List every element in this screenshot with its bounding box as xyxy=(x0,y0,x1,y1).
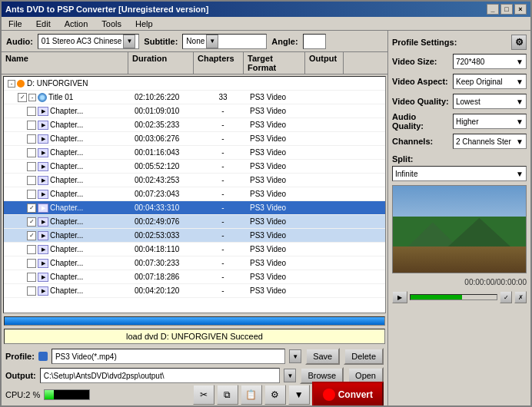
split-row: Infinite ▼ xyxy=(392,165,527,182)
subtitle-label: Subtitle: xyxy=(144,37,178,46)
chapter-row[interactable]: ▶ Chapter... 00:01:09:010 - PS3 Video xyxy=(4,104,385,118)
audio-dropdown-arrow[interactable]: ▼ xyxy=(123,35,135,48)
maximize-button[interactable]: □ xyxy=(500,4,513,15)
chapter-file-icon: ▶ xyxy=(38,204,48,213)
menu-tools[interactable]: Tools xyxy=(98,18,125,29)
chapter-row[interactable]: ▶ Chapter... 00:05:52:120 - PS3 Video xyxy=(4,160,385,174)
chapter-chapters: - xyxy=(196,121,246,129)
chapter-file-icon: ▶ xyxy=(38,121,48,130)
chapter-checkbox[interactable] xyxy=(27,176,36,185)
channels-select[interactable]: 2 Channels Ster ▼ xyxy=(453,134,527,149)
subtitle-dropdown-arrow[interactable]: ▼ xyxy=(206,35,218,48)
arrow-button[interactable]: ▼ xyxy=(288,385,310,405)
channels-arrow[interactable]: ▼ xyxy=(516,137,524,146)
title-checkbox[interactable]: ✓ xyxy=(18,93,27,102)
output-path[interactable]: C:\Setup\AntsDVD\dvd2psp\output\ xyxy=(40,368,281,383)
menu-file[interactable]: File xyxy=(5,18,25,29)
progress-bar-container xyxy=(4,316,385,326)
chapter-row[interactable]: ▶ Chapter... 00:07:18:286 - PS3 Video xyxy=(4,270,385,284)
video-size-select[interactable]: 720*480 ▼ xyxy=(453,54,527,69)
split-arrow[interactable]: ▼ xyxy=(516,170,524,178)
tree-title-row[interactable]: ✓ - Title 01 02:10:26:220 33 PS3 Video xyxy=(4,91,385,104)
chapter-row[interactable]: ✓ ▶ Chapter... 00:02:53:033 - PS3 Video xyxy=(4,229,385,243)
paste-button[interactable]: 📋 xyxy=(241,385,262,405)
chapter-row[interactable]: ▶ Chapter... 00:07:30:233 - PS3 Video xyxy=(4,256,385,270)
video-aspect-value: Keep Original xyxy=(456,78,503,86)
scissors-button[interactable]: ✂ xyxy=(193,385,214,405)
chapter-format: PS3 Video xyxy=(246,107,308,115)
file-tree[interactable]: - D: UNFORGIVEN ✓ - Title 01 xyxy=(3,76,386,313)
chapter-checkbox[interactable] xyxy=(27,134,36,144)
chapter-checkbox[interactable]: ✓ xyxy=(27,231,36,240)
menu-edit[interactable]: Edit xyxy=(33,18,54,29)
chapter-chapters: - xyxy=(196,107,246,115)
chapter-row[interactable]: ▶ Chapter... 00:01:16:043 - PS3 Video xyxy=(4,146,385,160)
split-select[interactable]: Infinite ▼ xyxy=(392,166,527,181)
video-aspect-arrow[interactable]: ▼ xyxy=(516,78,524,86)
chapter-row[interactable]: ▶ Chapter... 00:04:18:110 - PS3 Video xyxy=(4,243,385,256)
menu-action[interactable]: Action xyxy=(62,18,91,29)
play-button[interactable]: ▶ xyxy=(392,291,407,303)
chapter-format: PS3 Video xyxy=(246,148,308,157)
chapter-checkbox[interactable] xyxy=(27,245,36,254)
toolbar-area: ✂ ⧉ 📋 ⚙ ▼ Convert xyxy=(193,382,384,405)
audio-quality-arrow[interactable]: ▼ xyxy=(516,117,524,126)
angle-label: Angle: xyxy=(271,37,298,46)
chapter-chapters: - xyxy=(196,259,246,267)
chapter-checkbox[interactable]: ✓ xyxy=(27,217,36,227)
minimize-button[interactable]: _ xyxy=(487,4,499,15)
video-quality-arrow[interactable]: ▼ xyxy=(516,98,524,106)
profile-dropdown-arrow[interactable]: ▼ xyxy=(289,349,301,363)
chapter-checkbox[interactable]: ✓ xyxy=(27,204,36,213)
video-quality-select[interactable]: Lowest ▼ xyxy=(453,94,527,109)
chapter-checkbox[interactable] xyxy=(27,259,36,268)
chapter-checkbox[interactable] xyxy=(27,121,36,130)
save-button[interactable]: Save xyxy=(305,348,340,365)
chapter-format: PS3 Video xyxy=(246,190,308,198)
audio-select[interactable]: 01 Stereo AC3 Chinese ▼ xyxy=(38,34,140,49)
chapter-name: Chapter... xyxy=(50,245,83,253)
status-text: load dvd D: UNFORGIVEN Succeed xyxy=(126,332,263,341)
angle-input[interactable] xyxy=(303,34,326,49)
chapter-checkbox[interactable] xyxy=(27,148,36,157)
chapter-row[interactable]: ▶ Chapter... 00:02:35:233 - PS3 Video xyxy=(4,118,385,132)
subtitle-select[interactable]: None ▼ xyxy=(182,34,267,49)
chapter-row[interactable]: ▶ Chapter... 00:03:06:276 - PS3 Video xyxy=(4,132,385,146)
tree-root-row[interactable]: - D: UNFORGIVEN xyxy=(4,77,385,91)
chapter-checkbox[interactable] xyxy=(27,286,36,296)
chapter-name: Chapter... xyxy=(50,121,83,129)
convert-button[interactable]: Convert xyxy=(312,382,384,405)
chapter-checkbox[interactable] xyxy=(27,162,36,171)
menu-help[interactable]: Help xyxy=(132,18,156,29)
convert-label: Convert xyxy=(338,389,373,400)
chapter-row[interactable]: ✓ ▶ Chapter... 00:02:49:076 - PS3 Video xyxy=(4,215,385,229)
volume-slider[interactable] xyxy=(410,294,497,300)
chapter-row[interactable]: ▶ Chapter... 00:02:43:253 - PS3 Video xyxy=(4,174,385,187)
video-aspect-select[interactable]: Keep Original ▼ xyxy=(453,74,527,89)
ground xyxy=(393,247,526,273)
chapter-row[interactable]: ▶ Chapter... 00:04:20:120 - PS3 Video xyxy=(4,284,385,298)
chapter-row[interactable]: ✓ ▶ Chapter... 00:04:33:310 - PS3 Video xyxy=(4,201,385,215)
profile-select[interactable]: PS3 Video(*.mp4) xyxy=(52,349,285,364)
chapter-duration: 00:07:30:233 xyxy=(131,259,196,267)
chapter-checkbox[interactable] xyxy=(27,273,36,282)
audio-quality-select[interactable]: Higher ▼ xyxy=(453,114,527,129)
delete-button[interactable]: Delete xyxy=(344,348,384,365)
output-dropdown-arrow[interactable]: ▼ xyxy=(284,369,296,382)
cpu-bar xyxy=(44,389,90,400)
close-button[interactable]: × xyxy=(514,4,527,15)
chapter-checkbox[interactable] xyxy=(27,107,36,116)
settings-button[interactable]: ⚙ xyxy=(264,385,286,405)
x-button[interactable]: ✗ xyxy=(514,291,527,303)
chapter-name: Chapter... xyxy=(50,231,83,240)
profile-value: PS3 Video(*.mp4) xyxy=(55,352,117,361)
gear-icon[interactable]: ⚙ xyxy=(511,35,527,50)
expand-root[interactable]: - xyxy=(8,80,15,88)
video-size-arrow[interactable]: ▼ xyxy=(516,58,524,66)
chapter-chapters: - xyxy=(196,286,246,295)
check-button[interactable]: ✓ xyxy=(500,291,512,303)
chapter-row[interactable]: ▶ Chapter... 00:07:23:043 - PS3 Video xyxy=(4,187,385,201)
chapter-checkbox[interactable] xyxy=(27,190,36,199)
expand-title[interactable]: - xyxy=(28,94,36,101)
copy-button[interactable]: ⧉ xyxy=(217,385,238,405)
